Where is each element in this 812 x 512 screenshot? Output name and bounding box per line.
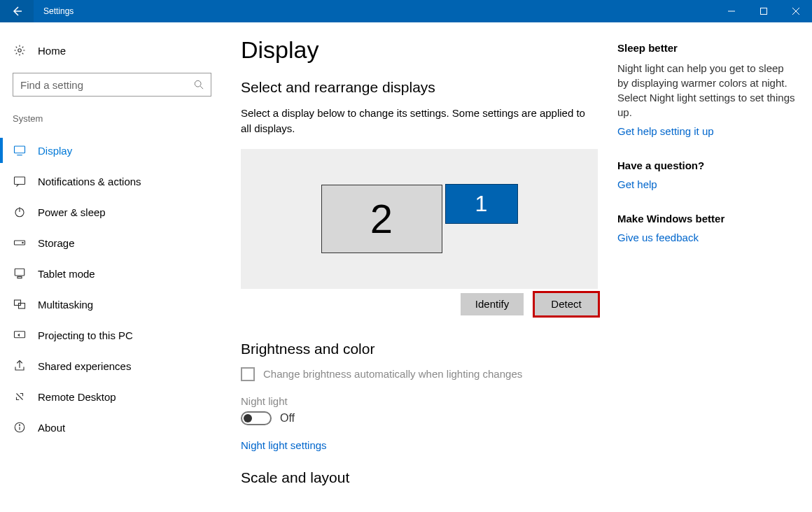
sidebar-item-power[interactable]: Power & sleep — [0, 197, 224, 227]
night-light-state: Off — [280, 412, 295, 425]
info-icon — [13, 420, 27, 434]
auto-brightness-row: Change brightness automatically when lig… — [241, 367, 598, 381]
svg-point-3 — [195, 80, 201, 87]
message-icon — [13, 174, 27, 188]
sidebar-item-label: Notifications & actions — [38, 176, 141, 187]
detect-button[interactable]: Detect — [535, 293, 598, 315]
svg-rect-7 — [15, 177, 25, 185]
page-title: Display — [241, 36, 598, 64]
content: Display Select and rearrange displays Se… — [241, 36, 598, 512]
get-help-link[interactable]: Get help — [617, 178, 796, 190]
sidebar-item-label: Shared experiences — [38, 360, 131, 372]
power-icon — [13, 205, 27, 219]
arrow-left-icon — [11, 6, 22, 17]
svg-rect-14 — [15, 300, 21, 306]
rearrange-heading: Select and rearrange displays — [241, 79, 598, 96]
sidebar-item-notifications[interactable]: Notifications & actions — [0, 166, 224, 197]
info-panel: Sleep better Night light can help you ge… — [617, 36, 796, 512]
monitor-1[interactable]: 1 — [445, 184, 518, 224]
night-light-settings-link[interactable]: Night light settings — [241, 439, 598, 451]
drive-icon — [13, 236, 27, 250]
night-light-row: Off — [241, 411, 598, 425]
close-icon — [792, 8, 799, 15]
auto-brightness-checkbox[interactable] — [241, 367, 255, 381]
scale-heading: Scale and layout — [241, 469, 598, 486]
sidebar-item-projecting[interactable]: Projecting to this PC — [0, 320, 224, 350]
svg-rect-15 — [19, 304, 25, 309]
svg-point-19 — [19, 425, 20, 425]
svg-point-2 — [18, 49, 22, 52]
search-icon — [194, 80, 204, 90]
maximize-button[interactable] — [748, 0, 780, 22]
svg-point-11 — [22, 242, 24, 243]
sleep-better-link[interactable]: Get help setting it up — [617, 125, 796, 137]
sidebar-item-display[interactable]: Display — [0, 135, 224, 166]
svg-rect-12 — [15, 269, 24, 276]
svg-rect-1 — [761, 8, 767, 15]
window-controls — [715, 0, 812, 22]
project-icon — [13, 328, 27, 342]
monitor-2[interactable]: 2 — [321, 185, 442, 253]
identify-button[interactable]: Identify — [461, 293, 524, 315]
multitask-icon — [13, 297, 27, 311]
display-buttons: Identify Detect — [241, 293, 598, 315]
remote-icon — [13, 390, 27, 404]
sleep-better-heading: Sleep better — [617, 42, 796, 54]
sidebar-item-multitasking[interactable]: Multitasking — [0, 289, 224, 320]
share-icon — [13, 359, 27, 373]
feedback-heading: Make Windows better — [617, 213, 796, 225]
home-label: Home — [38, 45, 66, 57]
brightness-heading: Brightness and color — [241, 341, 598, 357]
titlebar: Settings — [0, 0, 812, 22]
sidebar-item-label: Projecting to this PC — [38, 329, 133, 341]
monitor-icon — [13, 143, 27, 157]
feedback-link[interactable]: Give us feedback — [617, 232, 796, 243]
sidebar-item-label: Display — [38, 145, 72, 157]
sidebar-item-shared[interactable]: Shared experiences — [0, 350, 224, 381]
home-button[interactable]: Home — [0, 36, 224, 64]
sidebar-item-label: About — [38, 422, 65, 434]
main: Display Select and rearrange displays Se… — [224, 22, 812, 512]
gear-icon — [13, 43, 27, 57]
sidebar-item-label: Tablet mode — [38, 268, 95, 280]
sidebar-item-tablet-mode[interactable]: Tablet mode — [0, 258, 224, 289]
search-placeholder: Find a setting — [20, 79, 83, 91]
sidebar-item-remote-desktop[interactable]: Remote Desktop — [0, 381, 224, 412]
minimize-button[interactable] — [715, 0, 748, 22]
question-heading: Have a question? — [617, 159, 796, 171]
sidebar-item-label: Remote Desktop — [38, 391, 116, 403]
sidebar: Home Find a setting System Display Notif… — [0, 22, 224, 512]
sidebar-item-about[interactable]: About — [0, 412, 224, 443]
display-arrangement[interactable]: 2 1 — [241, 149, 598, 289]
sidebar-item-storage[interactable]: Storage — [0, 227, 224, 258]
sleep-better-text: Night light can help you get to sleep by… — [617, 61, 796, 120]
rearrange-desc: Select a display below to change its set… — [241, 106, 598, 136]
auto-brightness-label: Change brightness automatically when lig… — [263, 368, 522, 380]
maximize-icon — [760, 8, 767, 15]
svg-line-4 — [200, 86, 203, 89]
night-light-label: Night light — [241, 395, 598, 407]
sidebar-item-label: Multitasking — [38, 299, 93, 311]
close-button[interactable] — [780, 0, 812, 22]
section-label: System — [0, 113, 224, 124]
tablet-icon — [13, 266, 27, 280]
search-input[interactable]: Find a setting — [13, 73, 211, 97]
minimize-icon — [728, 8, 735, 15]
night-light-toggle[interactable] — [241, 411, 272, 425]
sidebar-item-label: Power & sleep — [38, 206, 106, 218]
window-title: Settings — [34, 6, 715, 16]
svg-rect-13 — [18, 277, 22, 278]
svg-rect-5 — [15, 146, 25, 153]
back-button[interactable] — [0, 0, 34, 22]
sidebar-item-label: Storage — [38, 237, 75, 249]
